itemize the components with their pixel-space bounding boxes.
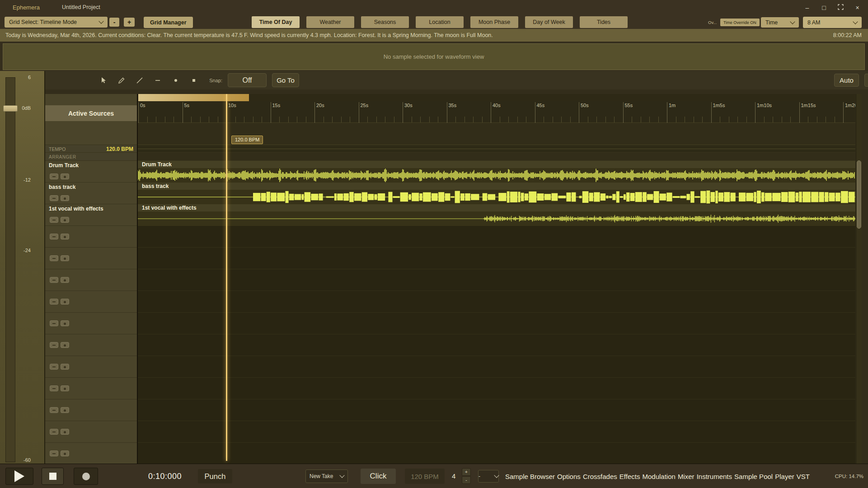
ruler-minor-tick [455, 117, 456, 122]
record-arm-button[interactable] [61, 450, 69, 456]
tempo-marker[interactable]: 120.0 BPM [231, 136, 263, 144]
mute-button[interactable] [50, 299, 58, 305]
empty-track-lane [138, 356, 855, 378]
menu-instruments[interactable]: Instruments [697, 473, 732, 480]
zoom-out-button[interactable]: - [109, 18, 119, 27]
clip-header[interactable]: bass track [138, 183, 855, 190]
tab-weather[interactable]: Weather [306, 16, 354, 28]
record-arm-button[interactable] [61, 320, 69, 326]
menu-crossfades[interactable]: Crossfades [583, 473, 617, 480]
auto-button[interactable]: Auto [834, 74, 859, 87]
clip-header[interactable]: Drum Track [138, 161, 855, 168]
pencil-tool-icon[interactable] [115, 74, 128, 87]
mute-button[interactable] [50, 407, 58, 413]
tab-location[interactable]: Location [416, 16, 464, 28]
mute-button[interactable] [50, 429, 58, 435]
clip-waveform[interactable] [138, 168, 855, 183]
record-arm-button[interactable] [61, 364, 69, 370]
loop-region[interactable] [138, 94, 249, 101]
record-arm-button[interactable] [61, 407, 69, 413]
record-arm-button[interactable] [61, 217, 69, 223]
record-arm-button[interactable] [61, 342, 69, 348]
mute-button[interactable] [50, 217, 58, 223]
punch-button[interactable]: Punch [198, 469, 232, 483]
go-to-button[interactable]: Go To [272, 73, 299, 87]
mute-button[interactable] [50, 195, 58, 201]
dash-tool-icon[interactable] [151, 74, 164, 87]
time-mode-dropdown[interactable]: Time [761, 17, 799, 28]
fullscreen-button[interactable] [835, 2, 847, 13]
ruler-tick-label: 25s [361, 103, 369, 108]
record-arm-button[interactable] [61, 429, 69, 435]
timeline-ruler[interactable]: 0s5s10s15s20s25s30s35s40s45s50s55s1m1m5s… [138, 101, 855, 123]
line-tool-icon[interactable] [133, 74, 146, 87]
grid-manager-button[interactable]: Grid Manager [144, 17, 193, 28]
mute-button[interactable] [50, 277, 58, 283]
scrollbar-thumb[interactable] [857, 160, 861, 229]
square-tool-icon[interactable] [187, 74, 201, 87]
arranger-row: ARRANGER [45, 153, 137, 161]
record-arm-button[interactable] [61, 277, 69, 283]
record-arm-button[interactable] [61, 174, 69, 179]
dot-tool-icon[interactable] [169, 74, 183, 87]
tab-time-of-day[interactable]: Time Of Day [252, 16, 300, 28]
subdivision-dropdown[interactable]: - [478, 470, 499, 483]
ruler-tick-label: 1m15s [801, 103, 816, 108]
play-icon [14, 470, 24, 482]
ruler-minor-tick [464, 117, 465, 122]
track-name: bass track [49, 184, 75, 190]
zoom-in-button[interactable]: + [124, 18, 135, 27]
menu-player[interactable]: Player [775, 473, 794, 480]
close-button[interactable]: × [851, 2, 863, 13]
snap-off-button[interactable]: Off [228, 73, 267, 87]
record-arm-button[interactable] [61, 255, 69, 261]
play-button[interactable] [5, 468, 33, 485]
mute-button[interactable] [50, 342, 58, 348]
mute-button[interactable] [50, 450, 58, 456]
stop-button[interactable] [42, 468, 64, 485]
tab-moon-phase[interactable]: Moon Phase [470, 16, 518, 28]
menu-effects[interactable]: Effects [619, 473, 640, 480]
maximize-button[interactable]: □ [818, 2, 830, 13]
clip-waveform[interactable] [138, 190, 855, 204]
tab-tides[interactable]: Tides [580, 16, 628, 28]
record-arm-button[interactable] [61, 385, 69, 391]
record-arm-button[interactable] [61, 195, 69, 201]
vertical-scrollbar[interactable] [856, 94, 862, 464]
menu-sample-pool[interactable]: Sample Pool [734, 473, 773, 480]
menu-options[interactable]: Options [557, 473, 581, 480]
menu-modulation[interactable]: Modulation [642, 473, 675, 480]
clip-waveform[interactable] [138, 211, 855, 226]
time-value-dropdown[interactable]: 8 AM [803, 17, 862, 28]
ruler-minor-tick [817, 117, 817, 122]
loop-strip[interactable] [138, 94, 855, 101]
ruler-minor-tick [156, 117, 156, 122]
empty-track-row [45, 226, 137, 248]
minimize-button[interactable]: – [801, 2, 813, 13]
mute-button[interactable] [50, 320, 58, 326]
time-override-button[interactable]: Time Override ON [720, 19, 760, 26]
menu-mixer[interactable]: Mixer [678, 473, 694, 480]
mute-button[interactable] [50, 234, 58, 239]
tab-seasons[interactable]: Seasons [361, 16, 409, 28]
mute-button[interactable] [50, 364, 58, 370]
mute-button[interactable] [50, 385, 58, 391]
tab-day-of-week[interactable]: Day of Week [525, 16, 573, 28]
menu-sample-browser[interactable]: Sample Browser [505, 473, 555, 480]
record-arm-button[interactable] [61, 299, 69, 305]
click-button[interactable]: Click [361, 469, 396, 484]
record-arm-button[interactable] [61, 234, 69, 239]
menu-vst[interactable]: VST [797, 473, 810, 480]
more-button[interactable]: ... [864, 74, 868, 87]
mute-button[interactable] [50, 255, 58, 261]
new-take-dropdown[interactable]: New Take [305, 469, 348, 483]
clip-header[interactable]: 1st vocal with effects [138, 204, 855, 211]
empty-track-row [45, 443, 137, 464]
pointer-tool-icon[interactable] [97, 74, 110, 87]
mute-button[interactable] [50, 174, 58, 179]
stepper-down-button[interactable]: - [462, 476, 471, 484]
playhead[interactable] [226, 94, 227, 461]
grid-select-dropdown[interactable]: Grid Select: Timeline Mode [5, 17, 108, 28]
record-button[interactable] [74, 468, 98, 485]
stepper-up-button[interactable]: + [462, 468, 471, 476]
